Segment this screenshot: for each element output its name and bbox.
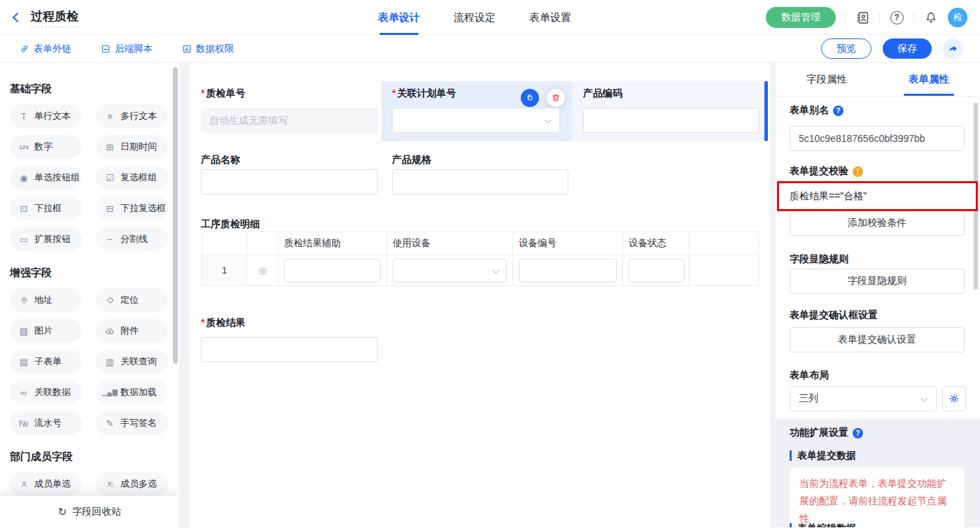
field-type-number[interactable]: 123数字 (10, 135, 82, 159)
field-type-member-single[interactable]: 成员单选 (10, 472, 82, 496)
field-type-multi-select[interactable]: ⊟下拉复选框 (96, 197, 168, 220)
field-type-relation-query[interactable]: ▥关联查询 (96, 350, 168, 373)
field-type-location[interactable]: 定位 (96, 288, 168, 312)
divider-icon: ╌ (104, 234, 115, 245)
field-type-select[interactable]: ⊡下拉框 (10, 197, 82, 220)
field-recycle-bin[interactable]: ↻ 字段回收站 (0, 496, 179, 527)
field-type-multi-line-text[interactable]: ≡多行文本 (96, 104, 168, 128)
add-validation-condition-button[interactable]: 添加校验条件 (790, 211, 965, 236)
field-type-radio-group[interactable]: ◉单选按钮组 (10, 166, 82, 190)
chevron-down-icon (545, 117, 552, 124)
inspection-no-label: *质检单号 (201, 87, 245, 100)
form-alias-input[interactable] (790, 126, 965, 151)
user-avatar[interactable]: 检 (948, 8, 967, 27)
field-type-extend-button[interactable]: ▭扩展按钮 (10, 227, 82, 251)
datetime-icon: ⊞ (104, 142, 115, 152)
question-mark-glyph: ? (890, 11, 904, 24)
attachment-cloud-icon (104, 326, 115, 336)
device-status-input[interactable] (629, 259, 685, 283)
contacts-icon[interactable] (855, 10, 870, 25)
extend-button-icon: ▭ (18, 234, 29, 245)
field-type-divider[interactable]: ╌分割线 (96, 227, 168, 251)
help-badge-icon[interactable]: ? (853, 428, 863, 438)
field-type-attachment[interactable]: 附件 (96, 319, 168, 343)
gear-icon (948, 393, 960, 404)
tab-form-settings[interactable]: 表单设置 (529, 0, 571, 35)
member-single-icon (18, 480, 29, 489)
plan-no-select[interactable] (392, 108, 560, 133)
tab-form-properties[interactable]: 表单属性 (878, 63, 980, 96)
field-type-member-multi[interactable]: 成员多选 (96, 472, 168, 496)
layout-settings-button[interactable] (942, 386, 966, 411)
field-palette-sidebar: 基础字段 T单行文本 ≡多行文本 123数字 ⊞日期时间 ◉单选按钮组 ☑复选框… (0, 63, 179, 527)
field-type-checkbox-group[interactable]: ☑复选框组 (96, 166, 168, 190)
field-type-serial-number[interactable]: №流水号 (10, 411, 82, 435)
data-manage-button[interactable]: 数据管理 (766, 7, 836, 28)
section-title-member-fields: 部门成员字段 (10, 450, 168, 464)
form-external-link[interactable]: 表单外链 (20, 43, 71, 55)
signature-pen-icon: ✎ (104, 418, 115, 429)
share-button[interactable] (943, 38, 963, 59)
cell-used-device (387, 255, 513, 285)
subtable-header-col: 质检结果辅助 (279, 232, 387, 255)
product-name-label: 产品名称 (201, 154, 240, 166)
subtable-header: 质检结果辅助 使用设备 设备编号 设备状态 (202, 232, 758, 255)
chevron-down-icon (921, 395, 928, 402)
page-title[interactable]: 过程质检 (31, 8, 78, 27)
device-no-input[interactable] (519, 259, 617, 283)
tab-field-properties[interactable]: 字段属性 (776, 63, 878, 96)
backend-script-link[interactable]: 后端脚本 (101, 43, 153, 55)
form-layout-select[interactable]: 三列 (790, 386, 937, 411)
help-icon[interactable]: ? (889, 10, 904, 25)
extension-settings-heading: 功能扩展设置 ? (790, 427, 863, 439)
save-button[interactable]: 保存 (883, 38, 932, 59)
field-type-single-line-text[interactable]: T单行文本 (10, 104, 82, 128)
back-button[interactable] (14, 11, 21, 24)
delete-field-button[interactable] (547, 89, 565, 107)
inspection-result-input[interactable] (201, 337, 378, 362)
relation-query-icon: ▥ (104, 357, 115, 367)
data-permission-link[interactable]: 数据权限 (182, 43, 234, 55)
field-visibility-button[interactable]: 字段显隐规则 (790, 269, 965, 294)
validation-rule-annotation[interactable]: 质检结果=="合格" (777, 181, 978, 211)
field-type-subform[interactable]: ▤子表单 (10, 350, 82, 373)
field-type-data-load[interactable]: ▁▄▇数据加载 (96, 380, 168, 404)
tab-flow-setting[interactable]: 流程设定 (454, 0, 496, 35)
member-multi-icon (104, 480, 115, 489)
multi-line-text-icon: ≡ (104, 111, 115, 122)
product-code-label: 产品编码 (583, 87, 622, 100)
submit-confirm-heading: 表单提交确认框设置 (790, 309, 878, 322)
notification-bell-icon[interactable] (923, 10, 939, 25)
field-visibility-heading: 字段显隐规则 (790, 253, 848, 266)
permission-icon (182, 44, 192, 54)
product-spec-input[interactable] (392, 169, 568, 194)
recycle-icon: ↻ (58, 506, 67, 518)
product-code-input[interactable] (583, 108, 760, 133)
inspection-no-input[interactable] (201, 108, 378, 133)
used-device-select[interactable] (393, 259, 507, 283)
row-radio-cell[interactable]: ◎ (247, 255, 279, 285)
row-index: 1 (202, 255, 247, 285)
inspection-result-aux-input[interactable] (284, 259, 381, 283)
field-type-signature[interactable]: ✎手写签名 (96, 411, 168, 435)
preview-button[interactable]: 预览 (821, 38, 872, 59)
required-asterisk: * (392, 87, 396, 100)
product-name-input[interactable] (201, 169, 378, 194)
copy-field-button[interactable] (521, 89, 539, 107)
number-icon: 123 (18, 144, 29, 150)
help-badge-icon[interactable]: ? (833, 106, 844, 116)
tab-form-design[interactable]: 表单设计 (378, 0, 420, 35)
sidebar-scrollbar[interactable] (173, 67, 178, 364)
properties-panel: 字段属性 表单属性 表单别名 ? 表单提交校验 ! 质检结果=="合格" 添加校… (776, 63, 980, 527)
subtable-header-col: 设备编号 (513, 232, 623, 255)
chevron-down-icon (493, 266, 500, 273)
member-fields-grid: 成员单选 成员多选 (10, 472, 168, 496)
radio-group-icon: ◉ (18, 173, 29, 183)
field-type-relation-data[interactable]: ∞关联数据 (10, 380, 82, 404)
submit-confirm-button[interactable]: 表单提交确认设置 (790, 327, 965, 352)
select-icon: ⊡ (18, 204, 29, 214)
field-type-datetime[interactable]: ⊞日期时间 (96, 135, 168, 159)
field-type-address[interactable]: 地址 (10, 288, 82, 312)
field-type-image[interactable]: ▨图片 (10, 319, 82, 343)
trash-icon (551, 93, 561, 103)
